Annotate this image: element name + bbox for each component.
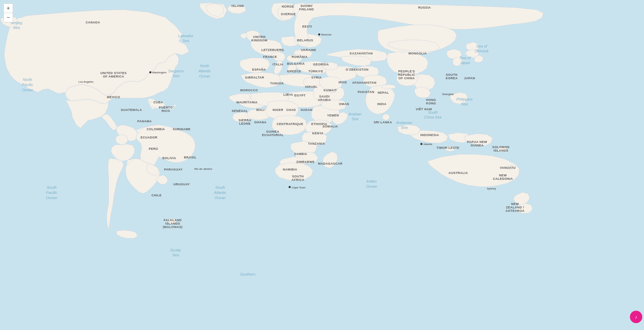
south-china-sea-label: South <box>428 110 438 114</box>
cape-town-city-dot <box>289 186 291 188</box>
scotia-sea-label: Scotia <box>170 248 181 252</box>
arabian-sea-label: Arabian <box>348 112 362 116</box>
sea-okhotsk-label2: Okhotsk <box>475 49 489 53</box>
south-china-sea-label2: China Sea <box>424 115 441 119</box>
zoom-out-button[interactable]: − <box>4 13 13 22</box>
sea-japan-label2: Japan <box>460 61 470 65</box>
sea-okhotsk-label: Sea of <box>476 44 487 48</box>
moscow-city-dot <box>318 33 320 35</box>
indian-ocean-label2: Ocean <box>366 184 377 188</box>
andaman-sea-label2: Sea <box>401 125 408 130</box>
south-atlantic-label2: Atlantic <box>214 190 227 195</box>
southern-ocean-label: Southern <box>240 272 256 276</box>
north-pacific-ocean-label: North <box>23 78 32 82</box>
south-pacific-label: South <box>47 185 57 189</box>
indian-ocean-label: Indian <box>366 179 377 183</box>
north-atlantic-label2: Atlantic <box>198 69 211 73</box>
chat-button[interactable]: ♪ <box>630 311 642 323</box>
zoom-controls: + − <box>3 3 13 22</box>
south-pacific-label3: Ocean <box>46 196 57 200</box>
labrador-sea-label: Labrador <box>178 34 194 38</box>
washington-city-dot <box>149 71 151 73</box>
scotia-sea-label2: Sea <box>172 253 179 257</box>
north-pacific-ocean-label3: Ocean <box>22 88 33 92</box>
map-container: North Pacific Ocean North Atlantic Ocean… <box>0 0 644 330</box>
south-atlantic-label3: Ocean <box>215 196 226 200</box>
sargasso-sea-label: Sargasso <box>168 69 184 73</box>
north-atlantic-label: North <box>200 64 210 68</box>
arabian-sea-label2: Sea <box>352 117 358 121</box>
philippine-sea-label: Philippine <box>456 97 473 101</box>
labrador-sea-label2: Sea <box>182 39 189 43</box>
north-atlantic-label3: Ocean <box>199 74 210 78</box>
chat-icon: ♪ <box>635 314 637 320</box>
north-pacific-ocean-label2: Pacific <box>22 83 33 87</box>
south-atlantic-label: South <box>215 185 225 189</box>
south-pacific-label2: Pacific <box>46 190 57 195</box>
andaman-sea-label: Andaman <box>396 121 412 125</box>
sea-japan-label: Sea of <box>460 56 471 60</box>
beijing-sea-label2: Sea <box>13 25 20 30</box>
sargasso-sea-label2: Sea <box>173 74 180 78</box>
philippine-sea-label2: Sea <box>461 102 468 106</box>
jakarta-city-dot <box>420 143 422 145</box>
zoom-in-button[interactable]: + <box>4 4 13 13</box>
